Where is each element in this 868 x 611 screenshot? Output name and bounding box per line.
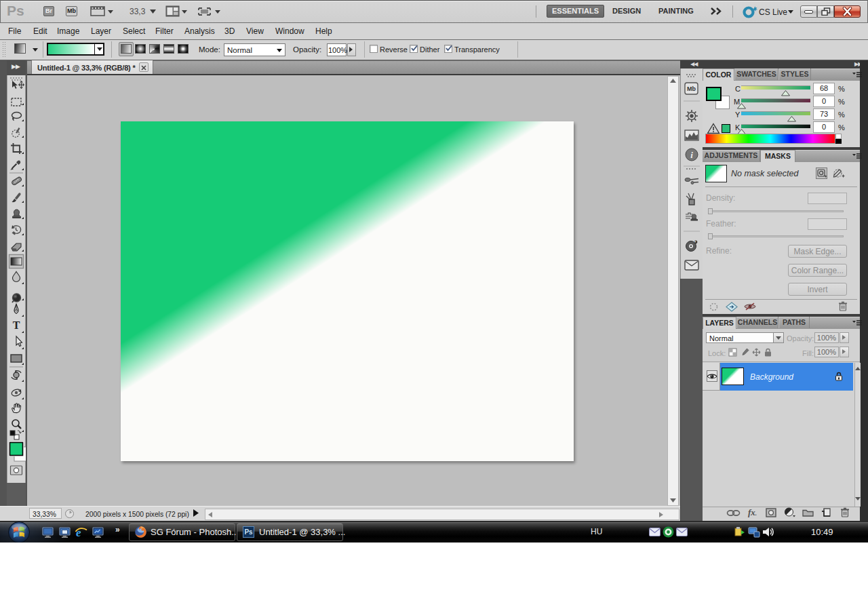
svg-text:Mb: Mb (687, 85, 696, 92)
svg-text:*: * (694, 239, 696, 245)
svg-text:i: i (690, 150, 693, 160)
svg-text:T: T (13, 319, 20, 331)
